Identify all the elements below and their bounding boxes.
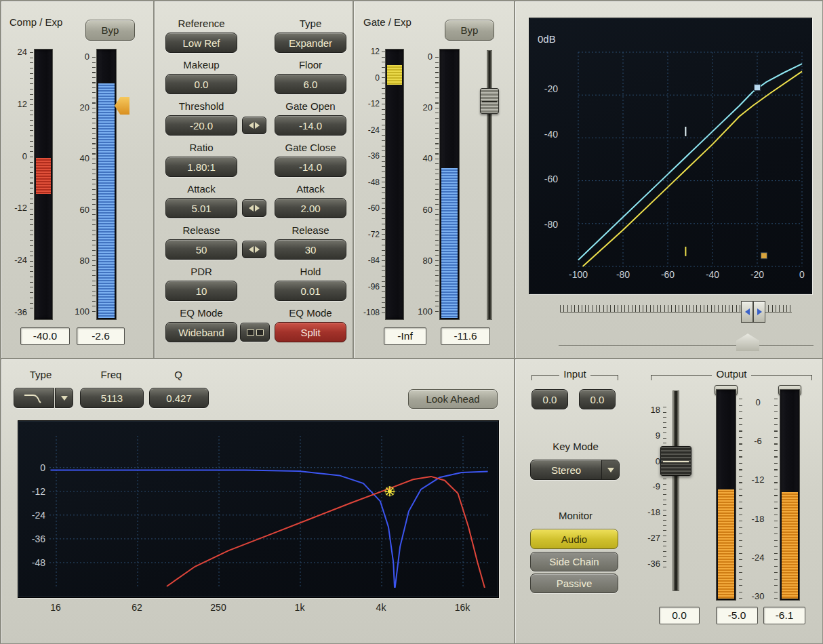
output-scale-label: -30 [742, 589, 774, 604]
comp-level-scale-label: 0 [69, 49, 89, 64]
output-label: Output [716, 369, 746, 380]
release-link-button[interactable] [242, 241, 266, 258]
pan-slider-handle[interactable] [736, 334, 759, 351]
threshold-value[interactable]: -20.0 [165, 115, 237, 136]
eq-x-axis: 16622501k4k16k [35, 602, 483, 616]
bracket-line [751, 375, 812, 380]
left-arrow-icon [249, 246, 254, 253]
left-arrow-icon [745, 308, 750, 315]
gate-exp-transfer [583, 71, 802, 266]
attack-link-button[interactable] [242, 199, 266, 217]
monitor-side-chain-button[interactable]: Side Chain [530, 552, 618, 571]
input-fader-track[interactable] [673, 390, 679, 591]
makeup-value[interactable]: 0.0 [165, 74, 237, 94]
fader-scale-label: 9 [640, 428, 660, 443]
gate-level-meter [439, 49, 460, 320]
output-left-meter [716, 389, 736, 601]
comp-gr-meter-segment [36, 158, 51, 194]
gate-gr-scale-label: -12 [357, 97, 380, 110]
gate-close-value[interactable]: -14.0 [275, 157, 346, 177]
monitor-passive-button[interactable]: Passive [530, 573, 618, 593]
gate-level-tick-marks [435, 57, 439, 312]
transfer-range-handles[interactable] [741, 301, 765, 323]
eq-freq-label: Freq [84, 369, 138, 381]
output-right-readout[interactable]: -6.1 [763, 607, 805, 624]
pdr-value[interactable]: 10 [165, 281, 237, 301]
threshold-label: Threshold [165, 100, 237, 113]
look-ahead-button[interactable]: Look Ahead [408, 389, 498, 409]
eq-type-button[interactable] [14, 388, 54, 408]
monitor-audio-button[interactable]: Audio [530, 529, 618, 549]
output-scale-label: 0 [742, 395, 774, 410]
gate-gr-readout[interactable]: -Inf [384, 327, 426, 345]
chevron-down-icon [601, 460, 619, 479]
gate-level-scale-label: 20 [412, 100, 433, 115]
gate-floor-handle[interactable] [761, 253, 767, 259]
input-fader-readout[interactable]: 0.0 [659, 607, 700, 624]
range-handle-right[interactable] [753, 301, 765, 323]
comp-threshold-handle[interactable] [755, 85, 761, 91]
gate-release-value[interactable]: 30 [275, 239, 346, 260]
key-mode-dropdown[interactable]: Stereo [530, 460, 620, 480]
comp-gr-tick-marks [30, 52, 33, 313]
gate-bypass-button[interactable]: Byp [445, 20, 494, 41]
comp-gr-scale-label: -36 [4, 305, 27, 320]
main-filter-curve [167, 477, 485, 590]
comp-attack-value[interactable]: 5.01 [165, 198, 237, 218]
monitor-label: Monitor [531, 510, 620, 522]
gate-threshold-slider-handle[interactable] [480, 88, 499, 114]
eq-freq-value[interactable]: 5113 [80, 388, 144, 408]
chevron-down-icon [61, 396, 68, 401]
comp-threshold-slider-handle[interactable] [115, 97, 129, 115]
comp-gr-scale-label: 12 [4, 97, 27, 112]
eq-type-label: Type [19, 369, 62, 381]
output-right-meter [780, 389, 800, 601]
gate-eq-mode-button[interactable]: Split [275, 322, 346, 342]
floor-value[interactable]: 6.0 [275, 74, 346, 94]
output-right-meter-fill [782, 492, 798, 599]
left-arrow-icon [249, 205, 254, 212]
comp-eq-mode-label: EQ Mode [165, 307, 237, 319]
comp-eq-mode-button[interactable]: Wideband [165, 322, 237, 342]
comp-exp-panel: Comp / Exp Byp 24120-12-24-36 0204060801… [1, 1, 154, 359]
gate-level-scale-label: 100 [412, 304, 433, 319]
eq-mode-monitor-button[interactable] [240, 323, 270, 342]
reference-button[interactable]: Low Ref [165, 33, 237, 53]
pan-slider-track [559, 345, 814, 346]
input-right-value[interactable]: 0.0 [579, 389, 616, 409]
ratio-value[interactable]: 1.80:1 [165, 157, 237, 177]
ratio-label: Ratio [165, 142, 237, 154]
input-fader-handle[interactable] [660, 446, 691, 476]
range-handle-left[interactable] [741, 301, 753, 323]
eq-y-tick: -24 [22, 507, 45, 523]
gate-level-scale-label: 60 [412, 203, 433, 218]
gate-attack-value[interactable]: 2.00 [275, 198, 346, 218]
bracket-line [531, 375, 559, 380]
type-button[interactable]: Expander [275, 33, 346, 53]
gate-level-scale: 020406080100 [412, 49, 433, 319]
gate-open-value[interactable]: -14.0 [275, 115, 346, 136]
eq-y-tick: 0 [22, 460, 45, 476]
gate-level-readout[interactable]: -11.6 [441, 327, 490, 345]
output-scale-label: -12 [742, 472, 774, 487]
eq-x-tick: 1k [279, 602, 320, 616]
input-left-value[interactable]: 0.0 [531, 389, 568, 409]
output-left-readout[interactable]: -5.0 [716, 607, 758, 624]
comp-release-value[interactable]: 50 [165, 239, 237, 260]
comp-gr-scale-label: -24 [4, 253, 27, 268]
comp-level-scale: 020406080100 [69, 49, 89, 319]
comp-gr-readout[interactable]: -40.0 [20, 327, 70, 345]
eq-band-node[interactable] [384, 486, 395, 496]
eq-type-dropdown-button[interactable] [55, 388, 73, 408]
right-arrow-icon [255, 246, 260, 253]
comp-level-readout[interactable]: -2.6 [77, 327, 125, 345]
gate-gr-scale-label: -84 [357, 254, 380, 267]
hold-value[interactable]: 0.01 [275, 281, 346, 301]
gate-gr-scale-label: -24 [357, 123, 380, 137]
transfer-x-tick: -60 [646, 269, 689, 283]
comp-bypass-button[interactable]: Byp [85, 20, 135, 41]
threshold-link-button[interactable] [242, 117, 266, 134]
eq-q-value[interactable]: 0.427 [149, 388, 209, 408]
gate-gr-scale-label: -36 [357, 149, 380, 163]
gate-close-label: Gate Close [275, 142, 346, 154]
